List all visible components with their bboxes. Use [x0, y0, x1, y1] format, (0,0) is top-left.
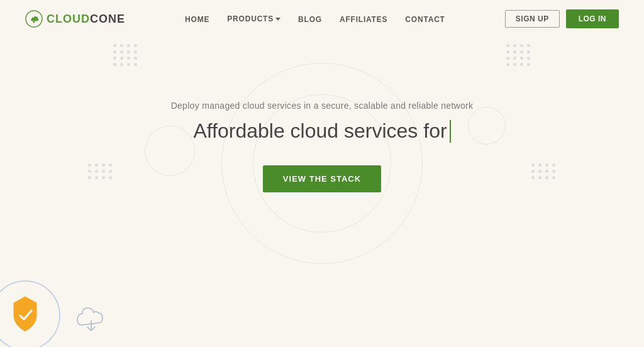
navbar: CLOUDCONE HOME PRODUCTS BLOG AFFILIATES …: [0, 0, 644, 38]
nav-link-affiliates[interactable]: AFFILIATES: [340, 15, 387, 24]
nav-item-home[interactable]: HOME: [185, 13, 209, 25]
nav-link-contact[interactable]: CONTACT: [405, 15, 445, 24]
hero-title: Affordable cloud services for: [193, 119, 450, 143]
chevron-down-icon: [275, 18, 280, 21]
logo[interactable]: CLOUDCONE: [25, 10, 125, 28]
cloud-download-icon: [72, 303, 110, 334]
hero-section: Deploy managed cloud services in a secur…: [0, 38, 644, 192]
logo-text: CLOUDCONE: [47, 13, 125, 26]
login-button[interactable]: LOG IN: [566, 9, 619, 28]
nav-item-affiliates[interactable]: AFFILIATES: [340, 13, 387, 25]
signup-button[interactable]: SIGN UP: [505, 10, 560, 28]
logo-icon: [25, 10, 43, 28]
nav-link-products[interactable]: PRODUCTS: [227, 14, 280, 23]
view-stack-button[interactable]: VIEW THE STACK: [263, 165, 381, 192]
nav-link-home[interactable]: HOME: [185, 15, 209, 24]
nav-links: HOME PRODUCTS BLOG AFFILIATES CONTACT: [185, 13, 445, 25]
nav-item-blog[interactable]: BLOG: [298, 13, 322, 25]
nav-actions: SIGN UP LOG IN: [505, 9, 619, 28]
hero-subtitle: Deploy managed cloud services in a secur…: [171, 101, 474, 111]
nav-link-blog[interactable]: BLOG: [298, 15, 322, 24]
nav-item-contact[interactable]: CONTACT: [405, 13, 445, 25]
hero-title-text: Affordable cloud services for: [193, 119, 447, 143]
nav-item-products[interactable]: PRODUCTS: [227, 14, 280, 23]
typing-cursor: [450, 120, 451, 143]
shield-icon: [0, 278, 63, 347]
